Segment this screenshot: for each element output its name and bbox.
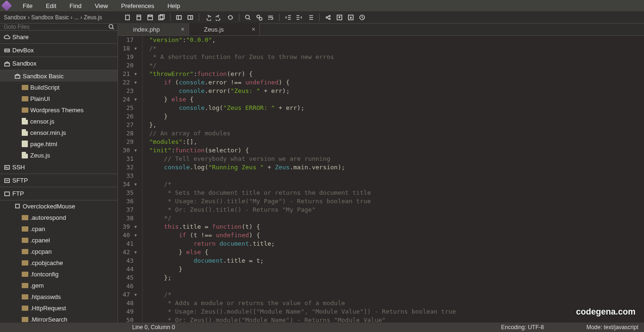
breadcrumb-segment[interactable]: ...	[74, 14, 79, 21]
code-line[interactable]	[149, 282, 644, 290]
code-line[interactable]: this.title = function(t) {	[149, 223, 644, 231]
line-number[interactable]: 21 ▾	[118, 70, 137, 78]
tree-folder[interactable]: BuildScript	[0, 82, 118, 93]
code-line[interactable]: }	[149, 265, 644, 274]
line-number[interactable]: 37	[118, 206, 137, 214]
code-line[interactable]: console.log("Running Zeus " + Zeus.main.…	[149, 163, 644, 172]
file-search[interactable]	[0, 24, 118, 31]
code-line[interactable]: */	[149, 214, 644, 223]
close-icon[interactable]: ×	[252, 25, 255, 33]
code-line[interactable]: "version":"0.0.0",	[149, 36, 644, 44]
history-icon[interactable]	[356, 13, 368, 22]
new-file-alt-icon[interactable]	[133, 13, 144, 22]
panel-devbox[interactable]: DevBox	[0, 44, 118, 57]
tree-file[interactable]: censor.js	[0, 116, 118, 127]
code-line[interactable]: // Tell everybody what version we are ru…	[149, 155, 644, 163]
code-line[interactable]: document.title = t;	[149, 257, 644, 265]
save-icon[interactable]	[144, 13, 156, 22]
breadcrumb-segment[interactable]: Sandbox	[4, 14, 26, 21]
breadcrumb-segment[interactable]: Zeus.js	[84, 14, 102, 21]
line-number[interactable]: 39 ▾	[118, 223, 137, 231]
menu-edit[interactable]: Edit	[39, 2, 63, 9]
code-line[interactable]: } else {	[149, 248, 644, 257]
line-number[interactable]: 35	[118, 189, 137, 197]
redo-icon[interactable]	[213, 13, 225, 22]
mode-label[interactable]: Mode: text/javascript	[586, 324, 638, 331]
tree-folder[interactable]: .gem	[0, 280, 118, 291]
code-line[interactable]: * A shortcut function for Zeus to throw …	[149, 53, 644, 61]
line-number[interactable]: 17	[118, 36, 137, 44]
line-number[interactable]: 29	[118, 138, 137, 146]
code-line[interactable]: console.error("Zeus: " + err);	[149, 87, 644, 95]
breadcrumb-segment[interactable]: Sandbox Basic	[31, 14, 69, 21]
tree-folder[interactable]: .htpasswds	[0, 291, 118, 302]
line-number[interactable]: 24 ▾	[118, 95, 137, 104]
panels-alt-icon[interactable]	[185, 13, 196, 22]
tree-folder[interactable]: Wordpress Themes	[0, 104, 118, 116]
code-line[interactable]: "modules":[],	[149, 138, 644, 146]
line-number[interactable]: 19	[118, 53, 137, 61]
tree-folder[interactable]: .fontconfig	[0, 268, 118, 280]
code-line[interactable]: // An array of modules	[149, 129, 644, 138]
line-number[interactable]: 28	[118, 129, 137, 138]
line-number[interactable]: 30 ▾	[118, 146, 137, 155]
tree-file[interactable]: Zeus.js	[0, 149, 118, 161]
close-icon[interactable]: ×	[181, 25, 185, 33]
search-icon[interactable]	[242, 13, 254, 22]
code-line[interactable]: if (t !== undefined) {	[149, 231, 644, 240]
line-number[interactable]: 27	[118, 121, 137, 129]
list-icon[interactable]	[305, 13, 316, 22]
code-line[interactable]: } else {	[149, 95, 644, 104]
undo-icon[interactable]	[202, 13, 213, 22]
upload-icon[interactable]	[334, 13, 345, 22]
line-number[interactable]: 26	[118, 112, 137, 121]
line-number[interactable]: 44	[118, 265, 137, 274]
tree-folder[interactable]: .cpanel	[0, 234, 118, 246]
panel-sftp[interactable]: SFTP	[0, 174, 118, 187]
share-icon[interactable]	[322, 13, 334, 22]
menu-file[interactable]: File	[16, 2, 39, 9]
panel-ssh[interactable]: SSH	[0, 161, 118, 174]
tree-folder[interactable]: .HttpRequest	[0, 302, 118, 314]
tab-index.php[interactable]: index.php ×	[118, 23, 189, 35]
code-line[interactable]: },	[149, 121, 644, 129]
breadcrumb[interactable]: Sandbox › Sandbox Basic › ... › Zeus.js	[0, 14, 118, 21]
panels-icon[interactable]	[173, 13, 185, 22]
panel-ftp[interactable]: FTP	[0, 187, 118, 200]
menu-find[interactable]: Find	[63, 2, 88, 9]
ftp-host[interactable]: OverclockedMouse	[0, 200, 118, 212]
line-number[interactable]: 48	[118, 299, 137, 307]
line-number[interactable]: 46	[118, 282, 137, 290]
line-number[interactable]: 45	[118, 274, 137, 282]
save-all-icon[interactable]	[156, 13, 167, 22]
new-file-icon[interactable]	[122, 13, 133, 22]
line-number[interactable]: 38	[118, 214, 137, 223]
indent-left-icon[interactable]	[282, 13, 294, 22]
tree-folder[interactable]: .MirrorSearch	[0, 314, 118, 323]
line-number[interactable]: 49	[118, 307, 137, 316]
panel-share[interactable]: Share	[0, 31, 118, 44]
code-line[interactable]: * Sets the document title or returns the…	[149, 189, 644, 197]
line-number[interactable]: 22 ▾	[118, 78, 137, 87]
code-line[interactable]: "throwError":function(err) {	[149, 70, 644, 78]
tree-root[interactable]: Sandbox Basic	[0, 70, 118, 82]
tree-folder[interactable]: .cpobjcache	[0, 257, 118, 268]
refresh-icon[interactable]	[225, 13, 236, 22]
line-number[interactable]: 20	[118, 61, 137, 70]
code-line[interactable]: * Adds a module or returns the value of …	[149, 299, 644, 307]
line-number[interactable]: 33	[118, 172, 137, 180]
tree-folder[interactable]: .autorespond	[0, 212, 118, 223]
code-line[interactable]: console.log("Zeus ERROR: " + err);	[149, 104, 644, 112]
panel-sandbox[interactable]: Sandbox	[0, 57, 118, 70]
tree-file[interactable]: page.html	[0, 138, 118, 149]
line-number[interactable]: 32	[118, 163, 137, 172]
line-number[interactable]: 36	[118, 197, 137, 206]
tree-file[interactable]: censor.min.js	[0, 127, 118, 138]
menu-view[interactable]: View	[88, 2, 115, 9]
wrap-icon[interactable]	[265, 13, 276, 22]
code-line[interactable]: /*	[149, 290, 644, 299]
line-number[interactable]: 43	[118, 257, 137, 265]
line-number[interactable]: 34 ▾	[118, 180, 137, 189]
search-replace-icon[interactable]	[254, 13, 265, 22]
search-input[interactable]	[0, 24, 105, 30]
